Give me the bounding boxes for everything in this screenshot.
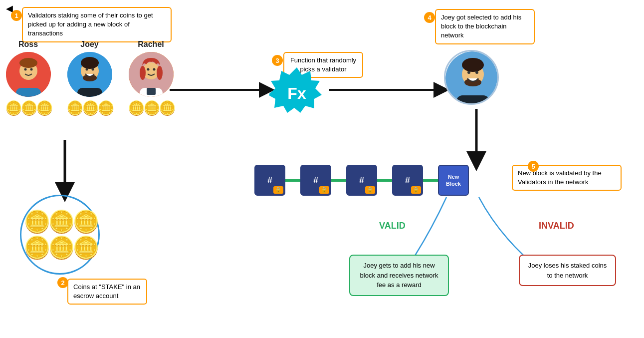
step2-callout: Coins at "STAKE" in an escrow account [67,279,147,305]
rachel-name: Rachel [138,40,164,49]
ross-avatar [6,52,51,97]
validators-to-fx-arrow [170,82,274,97]
rachel-coins: 🪙🪙🪙 [128,100,174,116]
blockchain-block-4: # 🔒 [392,165,423,196]
svg-rect-4 [16,88,41,97]
svg-rect-11 [77,88,102,97]
joey-to-blockchain-arrow [469,109,484,169]
blockchain-row: # 🔒 # 🔒 # 🔒 # 🔒 NewBlock [254,165,469,196]
svg-rect-19 [147,88,156,95]
svg-point-5 [24,68,26,71]
validators-to-stake-arrow [55,140,75,200]
blockchain-block-1: # 🔒 [254,165,285,196]
svg-text:Fx: Fx [287,84,306,102]
fx-function-shape: Fx [269,65,324,120]
rachel-avatar [129,52,174,97]
step5-badge: 5 [528,161,539,172]
lock-icon-2: 🔒 [319,186,329,194]
staked-coins-oval: 🪙🪙🪙🪙🪙🪙 [20,195,100,275]
fx-to-joey-arrow [329,82,449,97]
invalid-outcome-box: Joey loses his staked coins to the netwo… [519,255,616,286]
svg-point-12 [85,68,88,71]
validator-joey: Joey 🪙🪙🪙 [66,40,113,116]
svg-point-20 [147,68,149,71]
valid-outcome-box: Joey gets to add his new block and recei… [349,255,449,296]
validator-ross: Ross 🪙🪙🪙 [5,40,51,116]
joey-coins: 🪙🪙🪙 [66,100,113,116]
step4-badge: 4 [424,12,435,23]
step1-badge: 1 [11,10,22,21]
new-block-label: NewBlock [446,173,461,188]
step4-callout: Joey got selected to add his block to th… [435,9,535,44]
svg-point-16 [140,66,146,80]
svg-point-17 [157,66,163,80]
lock-icon-3: 🔒 [365,186,375,194]
svg-point-33 [475,71,478,74]
lock-icon-1: 🔒 [273,186,283,194]
svg-rect-31 [456,95,489,105]
step3-badge: 3 [272,55,283,66]
blockchain-block-3: # 🔒 [346,165,377,196]
joey-name: Joey [80,40,98,49]
validators-section: Ross 🪙🪙🪙 [5,40,174,116]
svg-point-3 [19,58,37,68]
joey-avatar [67,52,112,97]
svg-point-13 [91,68,94,71]
svg-point-29 [462,58,484,72]
new-block: NewBlock [438,165,469,196]
svg-point-32 [467,71,470,74]
blockchain-block-2: # 🔒 [300,165,331,196]
lock-icon-4: 🔒 [411,186,421,194]
step1-callout: Validators staking some of their coins t… [22,7,172,42]
ross-name: Ross [18,40,38,49]
validator-rachel: Rachel [128,40,174,116]
proof-of-stake-diagram: ◀ 1 Validators staking some of their coi… [0,0,644,338]
svg-point-9 [81,57,99,69]
step2-badge: 2 [57,277,68,288]
ross-coins: 🪙🪙🪙 [5,100,51,116]
svg-point-6 [30,68,32,71]
svg-point-21 [153,68,155,71]
selected-validator-joey [444,50,499,105]
